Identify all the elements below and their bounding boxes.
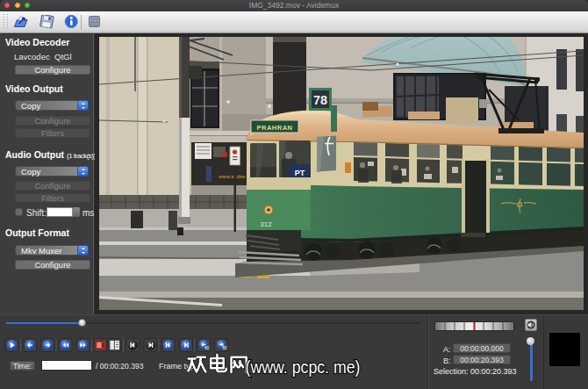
svg-text:www.acdse: www.acdse — [218, 174, 246, 179]
svg-text:312: 312 — [260, 220, 272, 228]
svg-text:78: 78 — [313, 93, 327, 107]
svg-text:PT: PT — [295, 169, 305, 177]
svg-text:(www. pcpc. me): (www. pcpc. me) — [246, 357, 361, 377]
svg-text:PRAHRAN: PRAHRAN — [257, 124, 293, 132]
